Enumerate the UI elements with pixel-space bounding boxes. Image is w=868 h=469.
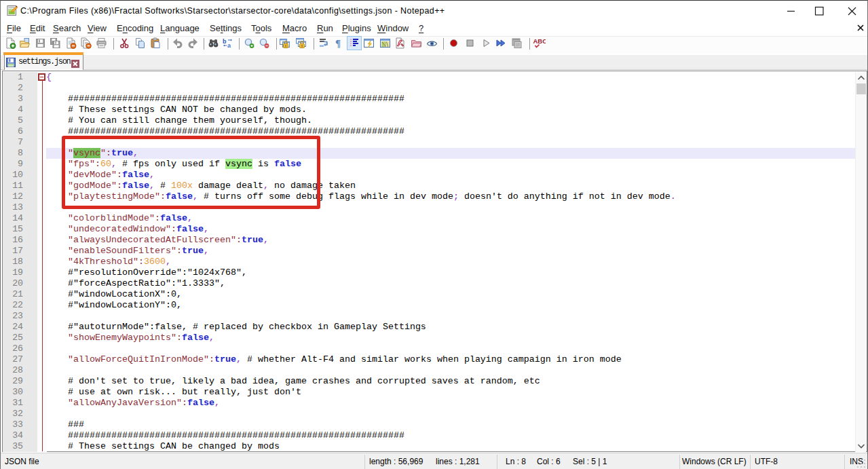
svg-text:a: a (227, 42, 231, 49)
svg-text:¶: ¶ (335, 38, 341, 49)
svg-text:ABC: ABC (533, 37, 546, 45)
svg-text:b: b (223, 38, 227, 45)
